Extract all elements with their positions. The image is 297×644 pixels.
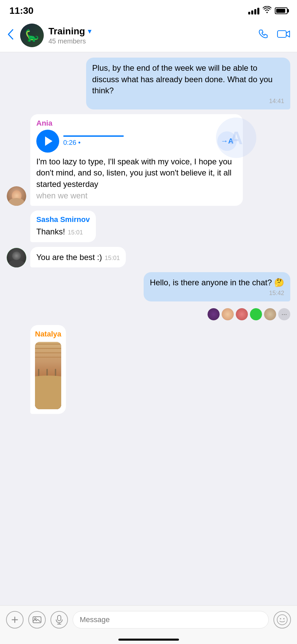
member-count: 45 members (48, 37, 253, 45)
message-input-wrap[interactable] (73, 611, 269, 629)
message-row: You are the best :)15:01 (7, 247, 290, 268)
seen-avatar (208, 308, 220, 320)
message-row: Natalya (7, 325, 290, 414)
ania-message-bubble: Ania 0:26 • →A I'm too lazy to type, I'l… (30, 114, 243, 206)
message-row: Hello, is there anyone in the chat? 🤔 15… (7, 272, 290, 301)
header-actions (258, 28, 290, 42)
chevron-down-icon: ▾ (88, 27, 91, 36)
message-text: Hello, is there anyone in the chat? 🤔 (150, 278, 284, 287)
message-time: 15:01 (105, 255, 120, 261)
message-bubble: Hello, is there anyone in the chat? 🤔 15… (144, 272, 290, 301)
wifi-icon (263, 6, 271, 15)
message-row: Plus, by the end of the week we will be … (7, 58, 290, 109)
call-button[interactable] (258, 28, 269, 42)
home-bar (118, 639, 179, 641)
waveform (63, 135, 124, 137)
transcript-text: I'm too lazy to type, I'll speak with my… (36, 156, 237, 190)
seen-row: ··· (7, 308, 290, 320)
svg-point-10 (283, 618, 285, 619)
natalya-message-bubble: Natalya (30, 325, 66, 414)
play-button[interactable] (36, 130, 59, 153)
message-time: 15:01 (68, 229, 83, 236)
status-bar: 11:30 (0, 0, 297, 20)
image-button[interactable] (28, 611, 46, 629)
message-bubble: Plus, by the end of the week we will be … (86, 58, 290, 109)
add-button[interactable] (6, 611, 24, 629)
signal-icon (248, 7, 259, 14)
battery-icon (275, 7, 288, 14)
ania-watermark: A (216, 118, 256, 158)
cat-image (35, 342, 61, 409)
message-time: 15:42 (150, 290, 284, 297)
header-info[interactable]: Training ▾ 45 members (48, 26, 253, 45)
voice-message[interactable]: 0:26 • →A (36, 130, 237, 153)
svg-rect-0 (277, 31, 286, 37)
svg-point-8 (277, 615, 287, 625)
message-row: Sasha Smirnov Thanks!15:01 (7, 211, 290, 242)
back-button[interactable] (7, 28, 15, 43)
sender-name: Ania (36, 119, 237, 128)
seen-avatar (222, 308, 234, 320)
message-text: Plus, by the end of the week we will be … (92, 63, 272, 95)
status-time: 11:30 (9, 5, 34, 16)
sender-name: Sasha Smirnov (36, 215, 90, 224)
message-text: You are the best :)15:01 (36, 253, 120, 262)
avatar (7, 186, 26, 206)
emoji-button[interactable] (273, 611, 291, 629)
seen-avatar (236, 308, 248, 320)
input-bar (0, 605, 297, 639)
message-bubble: You are the best :)15:01 (30, 247, 126, 268)
message-time: 14:41 (92, 98, 284, 105)
sender-name: Natalya (35, 330, 61, 339)
chat-header: 🦕 Training ▾ 45 members (0, 20, 297, 52)
group-name: Training (48, 26, 85, 37)
chat-area: Plus, by the end of the week we will be … (0, 52, 297, 605)
seen-avatar (264, 308, 276, 320)
avatar (7, 248, 26, 267)
video-call-button[interactable] (277, 29, 290, 42)
svg-rect-5 (58, 615, 61, 621)
seen-more-button[interactable]: ··· (278, 308, 290, 320)
status-icons (248, 6, 288, 15)
svg-point-9 (280, 618, 281, 619)
voice-duration: 0:26 • (63, 139, 80, 146)
seen-avatar (250, 308, 262, 320)
home-indicator (0, 639, 297, 644)
message-text: Thanks!15:01 (36, 227, 83, 236)
message-input[interactable] (80, 615, 262, 624)
message-row: Ania 0:26 • →A I'm too lazy to type, I'l… (7, 114, 290, 206)
message-bubble: Sasha Smirnov Thanks!15:01 (30, 211, 96, 242)
group-avatar[interactable]: 🦕 (20, 24, 44, 47)
mic-button[interactable] (50, 611, 68, 629)
transcript-faded: when we went (36, 190, 237, 201)
